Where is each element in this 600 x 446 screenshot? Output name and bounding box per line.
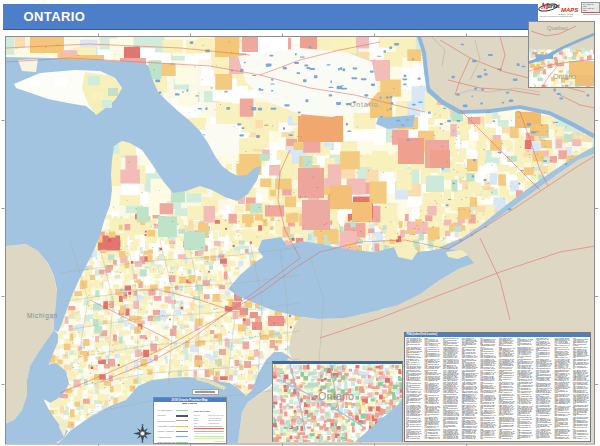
svg-text:Ontario: Ontario	[553, 73, 576, 80]
svg-text:Quebec: Quebec	[547, 25, 568, 31]
svg-text:Michigan: Michigan	[27, 312, 58, 320]
svg-text:Ontario.: Ontario.	[350, 101, 381, 108]
svg-text:Ontario: Ontario	[318, 390, 354, 402]
